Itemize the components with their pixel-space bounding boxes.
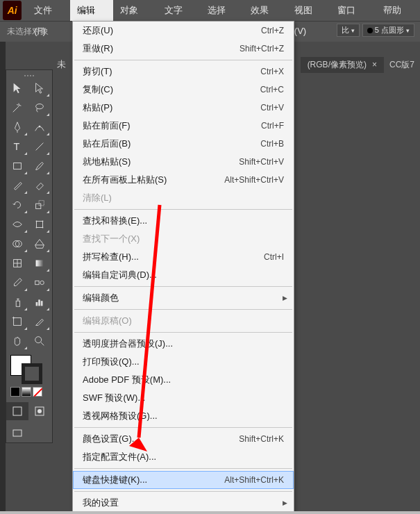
screen-mode[interactable] [6, 424, 28, 442]
svg-point-9 [42, 221, 44, 222]
menu-help[interactable]: 帮助(H) [376, 0, 420, 21]
tool-mesh[interactable] [6, 254, 28, 273]
menu-select[interactable]: 选择(S) [201, 0, 244, 21]
tool-direct-selection[interactable] [28, 78, 51, 98]
menu-item[interactable]: 拼写检查(H)...Ctrl+I [73, 248, 294, 266]
draw-behind[interactable] [28, 402, 51, 420]
menu-item[interactable]: 透视网格预设(G)... [73, 407, 294, 425]
tool-pen[interactable] [6, 117, 28, 137]
screen-mode-2[interactable] [28, 424, 51, 442]
menu-item[interactable]: 查找和替换(E)... [73, 212, 294, 230]
menu-item[interactable]: Adobe PDF 预设(M)... [73, 371, 294, 389]
stroke-select[interactable]: 5 点圆形▾ [362, 24, 414, 37]
tool-hand[interactable] [6, 331, 28, 351]
menu-item[interactable]: 就地粘贴(S)Shift+Ctrl+V [73, 153, 294, 171]
swatches [6, 351, 52, 398]
tool-free-transform[interactable] [28, 215, 51, 234]
menu-separator [74, 209, 292, 210]
menu-item[interactable]: 我的设置 [73, 494, 294, 512]
none-mode[interactable] [33, 387, 42, 397]
menu-file[interactable]: 文件(F) [27, 0, 70, 21]
tool-scale[interactable] [28, 195, 51, 215]
menu-item-label: 键盘快捷键(K)... [83, 474, 224, 486]
menu-item-shortcut: Ctrl+X [260, 67, 284, 76]
menu-item[interactable]: 编辑自定词典(D)... [73, 266, 294, 284]
menu-item[interactable]: 在所有画板上粘贴(S)Alt+Shift+Ctrl+V [73, 171, 294, 189]
menu-item[interactable]: 粘贴(P)Ctrl+V [73, 99, 294, 117]
panel-tab-label: 未 [57, 58, 66, 71]
tool-selection[interactable] [6, 78, 28, 98]
tool-lasso[interactable] [28, 98, 51, 117]
tool-shape-builder[interactable] [6, 234, 28, 254]
tool-perspective[interactable] [28, 234, 51, 254]
tool-shaper[interactable] [6, 176, 28, 195]
menu-item[interactable]: 复制(C)Ctrl+C [73, 81, 294, 99]
tool-width[interactable] [6, 215, 28, 234]
menu-item[interactable]: SWF 预设(W)... [73, 389, 294, 407]
menu-item-label: 剪切(T) [83, 65, 260, 78]
menu-item-label: 重做(R) [83, 42, 240, 55]
menu-item[interactable]: 键盘快捷键(K)...Alt+Shift+Ctrl+K [73, 471, 294, 489]
stroke-swatch[interactable] [22, 363, 42, 384]
menu-item-label: 编辑原稿(O) [83, 315, 284, 327]
tool-eyedropper[interactable] [6, 273, 28, 292]
menu-item-label: SWF 预设(W)... [83, 392, 284, 404]
menu-item-label: 贴在前面(F) [83, 119, 261, 132]
tool-eraser[interactable] [28, 176, 51, 195]
color-mode[interactable] [10, 387, 20, 397]
panel-grip[interactable] [6, 73, 52, 78]
tool-magic-wand[interactable] [6, 98, 28, 117]
tool-slice[interactable] [28, 312, 51, 331]
menu-type[interactable]: 文字(T) [158, 0, 201, 21]
menu-item[interactable]: 打印预设(Q)... [73, 353, 294, 371]
tool-zoom[interactable] [28, 331, 51, 351]
svg-rect-18 [35, 281, 39, 284]
menu-window[interactable]: 窗口(W) [330, 0, 376, 21]
tool-line[interactable] [28, 137, 51, 156]
menu-object[interactable]: 对象(O) [113, 0, 158, 21]
close-icon[interactable]: × [372, 60, 377, 69]
menu-item[interactable]: 指定配置文件(A)... [73, 448, 294, 466]
no-selection-label: 未选择对象 [7, 26, 49, 38]
menu-item-shortcut: Ctrl+I [264, 252, 284, 262]
document-tab-2[interactable]: CC版7 [384, 57, 420, 73]
menu-item[interactable]: 剪切(T)Ctrl+X [73, 63, 294, 81]
tool-symbol-sprayer[interactable] [6, 292, 28, 312]
left-stripe [0, 42, 6, 514]
tool-curvature[interactable] [28, 117, 51, 137]
tool-paintbrush[interactable] [28, 156, 51, 176]
menu-separator [74, 309, 292, 310]
menu-item[interactable]: 还原(U)Ctrl+Z [73, 22, 294, 40]
menu-item-label: 粘贴(P) [83, 101, 260, 114]
edit-menu-dropdown: 还原(U)Ctrl+Z重做(R)Shift+Ctrl+Z剪切(T)Ctrl+X复… [72, 21, 294, 514]
menu-item[interactable]: 贴在前面(F)Ctrl+F [73, 117, 294, 135]
svg-rect-7 [37, 222, 43, 228]
menu-effect[interactable]: 效果(C) [244, 0, 287, 21]
tool-gradient[interactable] [28, 254, 51, 273]
brush-select[interactable]: 比▾ [337, 24, 360, 37]
menu-edit[interactable]: 编辑(E) [70, 0, 113, 21]
tool-rectangle[interactable] [6, 156, 28, 176]
gradient-mode[interactable] [22, 387, 31, 397]
menu-item[interactable]: 颜色设置(G)...Shift+Ctrl+K [73, 430, 294, 448]
tool-rotate[interactable] [6, 195, 28, 215]
svg-point-0 [36, 104, 44, 109]
draw-normal[interactable] [6, 402, 28, 420]
menu-view[interactable]: 视图(V) [287, 0, 330, 21]
menu-item-label: 查找下一个(X) [83, 233, 284, 245]
menu-separator [74, 468, 292, 469]
menu-item-label: 透视网格预设(G)... [83, 410, 284, 422]
menu-item[interactable]: 透明度拼合器预设(J)... [73, 335, 294, 353]
menu-item-label: 贴在后面(B) [83, 138, 260, 150]
document-tab[interactable]: (RGB/像素预览) × [301, 57, 384, 73]
menu-item[interactable]: 编辑颜色 [73, 289, 294, 307]
menu-item[interactable]: 重做(R)Shift+Ctrl+Z [73, 40, 294, 58]
menu-item[interactable]: 贴在后面(B)Ctrl+B [73, 135, 294, 153]
menu-item-shortcut: Shift+Ctrl+V [239, 157, 284, 167]
tool-graph[interactable] [28, 292, 51, 312]
tool-artboard[interactable] [6, 312, 28, 331]
tool-blend[interactable] [28, 273, 51, 292]
tool-type[interactable]: T [6, 137, 28, 156]
menu-item-label: 指定配置文件(A)... [83, 451, 284, 463]
menu-separator [74, 427, 292, 428]
